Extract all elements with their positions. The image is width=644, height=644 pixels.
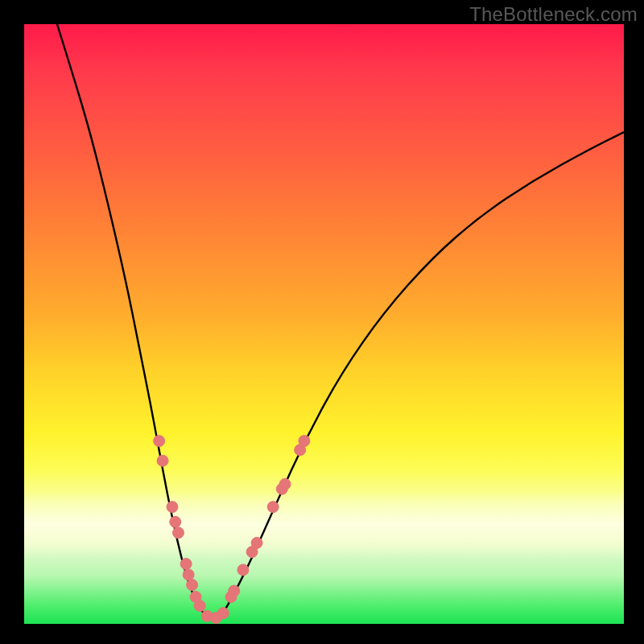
curve-dots — [154, 436, 310, 624]
data-dot — [180, 559, 192, 570]
chart-frame: TheBottleneck.com — [0, 0, 644, 644]
data-dot — [157, 455, 168, 466]
data-dot — [187, 580, 198, 591]
data-dot — [299, 436, 310, 447]
data-dot — [251, 537, 262, 548]
data-dot — [229, 585, 240, 597]
v-curve-path — [57, 24, 624, 619]
bottleneck-curve — [24, 24, 624, 624]
data-dot — [267, 502, 279, 513]
data-dot — [170, 516, 181, 527]
data-dot — [154, 436, 165, 447]
data-dot — [183, 569, 194, 580]
data-dot — [237, 564, 249, 576]
data-dot — [279, 478, 291, 489]
data-dot — [172, 527, 184, 539]
plot-area — [24, 24, 624, 624]
data-dot — [167, 502, 178, 513]
watermark-text: TheBottleneck.com — [469, 3, 638, 26]
data-dot — [194, 601, 205, 612]
data-dot — [217, 608, 229, 619]
